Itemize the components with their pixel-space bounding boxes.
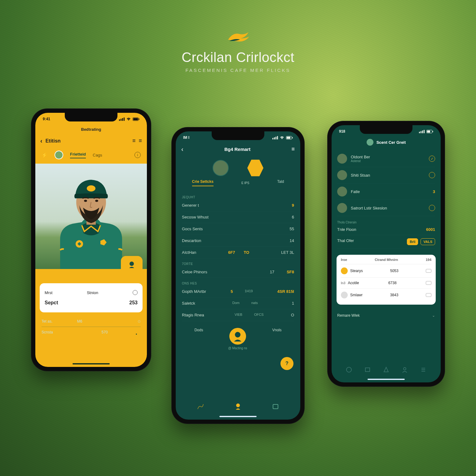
- checkbox-icon[interactable]: [426, 269, 431, 273]
- r-mar-v2: 1H19: [245, 289, 253, 294]
- nav-icon[interactable]: [420, 366, 427, 373]
- nav-icon[interactable]: [401, 366, 408, 373]
- checkbox-icon[interactable]: [426, 281, 431, 285]
- svg-rect-15: [273, 404, 278, 409]
- bottom-nav: [332, 363, 441, 376]
- svg-rect-2: [139, 118, 139, 120]
- s1b-val: 6: [292, 215, 294, 219]
- r-desc: Descartion: [182, 238, 201, 243]
- branding-block: Crckilan Crirlockct FASCEMENIS CAFE MER …: [0, 28, 476, 73]
- table-row[interactable]: Smlawr 3843: [341, 289, 431, 302]
- list-item[interactable]: Shiti Stsan: [337, 167, 435, 183]
- s1c: Gocs Sents: [182, 227, 203, 231]
- s1a-val: 9: [292, 203, 294, 208]
- home-indicator[interactable]: [219, 416, 257, 417]
- nav-2-icon[interactable]: [234, 402, 242, 410]
- help-fab[interactable]: ?: [280, 357, 293, 370]
- signal-icon: [419, 130, 425, 133]
- fab-mini[interactable]: •: [132, 330, 141, 339]
- list-item[interactable]: Satrort Lstir Skeslon: [337, 200, 435, 216]
- refresh-icon[interactable]: [133, 290, 138, 295]
- page-title: Scent Cer Greit: [377, 140, 406, 145]
- svg-point-7: [95, 200, 98, 202]
- svg-rect-1: [133, 118, 138, 120]
- checkbox-icon[interactable]: [426, 293, 431, 297]
- r-reg: Rtagis Rnea: [182, 313, 204, 317]
- svg-point-21: [403, 368, 406, 370]
- list-item[interactable]: Oldont BerAsterat ✓: [337, 151, 435, 167]
- table-row[interactable]: In3Acotile 6738: [341, 278, 431, 289]
- nav-icon[interactable]: [383, 366, 390, 373]
- lightning-icon[interactable]: ⚡: [42, 152, 48, 158]
- h2: Ctrand Mhnirn: [375, 258, 398, 262]
- r1b: 6001: [426, 227, 435, 232]
- l2b: 570: [102, 330, 108, 339]
- card-r2a: Sepct: [45, 300, 58, 306]
- r-mar-v1: 5: [231, 289, 233, 294]
- back-icon[interactable]: ‹: [181, 146, 183, 153]
- home-indicator[interactable]: [73, 363, 110, 364]
- r-mar-v3: 4SR 815I: [277, 289, 294, 294]
- nav-1-icon[interactable]: [196, 402, 205, 410]
- nav-icon[interactable]: [364, 366, 371, 373]
- chip-1[interactable]: Brli: [407, 238, 418, 245]
- lower-stats: Tet as. M6 533 ⊙ Scnsta 570 •: [35, 312, 147, 346]
- player-chip[interactable]: Dicesic: [121, 256, 143, 269]
- header-avatar[interactable]: [367, 139, 373, 146]
- more-icon[interactable]: ⊙: [138, 319, 141, 324]
- svg-point-13: [235, 332, 240, 337]
- eagle-logo-icon: [226, 28, 250, 46]
- svg-rect-11: [287, 137, 290, 139]
- r-desc-val: 14: [290, 238, 294, 243]
- page-title: Bg4 Remart: [224, 147, 250, 152]
- r-ad: AIctHan: [182, 250, 196, 255]
- tab-b[interactable]: Cags: [93, 153, 102, 157]
- rankings-card: Iroe Ctrand Mhnirn 194 Stearys 5053 In3A…: [337, 255, 436, 305]
- signal-icon: [119, 117, 125, 121]
- svg-point-5: [87, 185, 95, 192]
- svg-point-9: [130, 262, 134, 266]
- signal-icon: [272, 136, 278, 139]
- player-face-icon[interactable]: [229, 328, 246, 345]
- menu-icon[interactable]: ≡: [139, 138, 142, 144]
- info-icon[interactable]: i: [134, 152, 141, 158]
- svg-rect-20: [365, 368, 370, 372]
- battery-icon: [286, 136, 293, 139]
- r-reg-v2: OFCS: [254, 313, 264, 317]
- r1a: Tnle Floon: [337, 227, 356, 232]
- player-a-avatar[interactable]: [213, 160, 229, 176]
- select-badge[interactable]: [429, 205, 435, 211]
- svg-point-6: [84, 200, 87, 202]
- table-row[interactable]: Stearys 5053: [341, 264, 431, 278]
- sec3-label: Ons HES: [182, 278, 294, 286]
- s1c-val: 55: [290, 227, 294, 231]
- filter-icon[interactable]: ≡: [132, 138, 136, 144]
- select-badge[interactable]: ✓: [429, 156, 435, 162]
- chip-2[interactable]: VALS: [421, 238, 435, 245]
- player-selector: [176, 156, 300, 178]
- chevron-down-icon[interactable]: ⌄: [432, 313, 435, 318]
- card-r2b: 253: [129, 300, 138, 306]
- s2a-v2: SF8: [287, 270, 294, 274]
- status-time: 918: [339, 129, 345, 134]
- tab-b[interactable]: Tald: [277, 179, 284, 186]
- select-badge[interactable]: [429, 172, 435, 178]
- brand-subtitle: FASCEMENIS CAFE MER FLICKS: [0, 68, 476, 73]
- player-b-hex[interactable]: [247, 159, 263, 177]
- nav-3-icon[interactable]: [271, 402, 280, 410]
- l1a: Tet as.: [42, 319, 52, 324]
- s1b: Secosw Whust: [182, 215, 209, 219]
- avatar: [337, 154, 347, 164]
- nav-icon[interactable]: [346, 366, 352, 373]
- foot-left[interactable]: Dods: [194, 328, 203, 332]
- tab-a[interactable]: Crie Settcks: [192, 179, 214, 186]
- back-icon[interactable]: ‹: [40, 137, 42, 144]
- avatar[interactable]: [55, 151, 63, 159]
- list-item[interactable]: Fatle 3: [337, 183, 435, 200]
- player-val: 3: [433, 189, 435, 194]
- svg-point-19: [346, 367, 351, 372]
- menu-icon[interactable]: ≡: [291, 146, 295, 152]
- foot-right[interactable]: Vnols: [272, 328, 282, 332]
- tab-a[interactable]: Frietteid: [70, 152, 86, 158]
- home-indicator[interactable]: [368, 379, 405, 380]
